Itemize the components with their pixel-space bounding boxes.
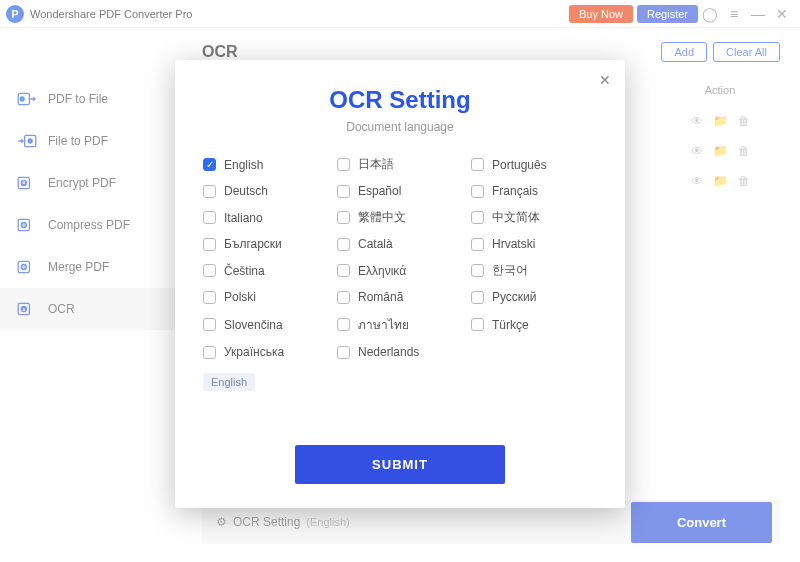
language-option[interactable]: Українська [203,345,329,359]
language-option[interactable]: 中文简体 [471,209,597,226]
checkbox-icon [471,211,484,224]
language-label: Deutsch [224,184,268,198]
language-option[interactable]: Български [203,237,329,251]
language-label: Polski [224,290,256,304]
language-label: Slovenčina [224,318,283,332]
checkbox-icon: ✓ [203,158,216,171]
language-option[interactable]: Français [471,184,597,198]
language-label: English [224,158,263,172]
submit-button[interactable]: SUBMIT [295,445,505,484]
language-option[interactable]: 한국어 [471,262,597,279]
language-option[interactable]: Italiano [203,209,329,226]
language-option[interactable]: Deutsch [203,184,329,198]
language-label: Türkçe [492,318,529,332]
checkbox-icon [471,185,484,198]
language-label: 한국어 [492,262,528,279]
language-option[interactable]: 繁體中文 [337,209,463,226]
checkbox-icon [471,158,484,171]
language-grid: ✓English日本語PortuguêsDeutschEspañolFrança… [203,156,597,359]
language-option[interactable]: Português [471,156,597,173]
checkbox-icon [337,318,350,331]
language-option[interactable]: Čeština [203,262,329,279]
selected-language-chip: English [203,373,255,391]
language-option[interactable]: Slovenčina [203,315,329,334]
language-option[interactable]: Català [337,237,463,251]
modal-overlay: ✕ OCR Setting Document language ✓English… [0,0,800,562]
checkbox-icon [203,211,216,224]
checkbox-icon [337,211,350,224]
language-label: Ελληνικά [358,264,406,278]
ocr-setting-modal: ✕ OCR Setting Document language ✓English… [175,60,625,508]
modal-subtitle: Document language [203,120,597,134]
language-label: Українська [224,345,284,359]
language-label: Français [492,184,538,198]
language-label: 日本語 [358,156,394,173]
checkbox-icon [203,238,216,251]
language-option[interactable]: Русский [471,290,597,304]
language-label: Italiano [224,211,263,225]
language-label: Čeština [224,264,265,278]
language-label: Български [224,237,282,251]
close-icon[interactable]: ✕ [599,72,611,88]
language-label: ภาษาไทย [358,315,409,334]
checkbox-icon [203,185,216,198]
language-label: 中文简体 [492,209,540,226]
language-option[interactable]: Hrvatski [471,237,597,251]
language-label: Hrvatski [492,237,535,251]
language-label: Português [492,158,547,172]
language-option[interactable]: Polski [203,290,329,304]
language-option[interactable]: ✓English [203,156,329,173]
checkbox-icon [471,238,484,251]
language-option[interactable]: Română [337,290,463,304]
checkbox-icon [337,291,350,304]
language-label: Русский [492,290,537,304]
checkbox-icon [337,238,350,251]
language-option[interactable]: Türkçe [471,315,597,334]
language-label: Español [358,184,401,198]
language-option[interactable]: 日本語 [337,156,463,173]
language-option[interactable]: ภาษาไทย [337,315,463,334]
checkbox-icon [203,346,216,359]
checkbox-icon [203,291,216,304]
modal-title: OCR Setting [203,86,597,114]
language-option[interactable]: Nederlands [337,345,463,359]
language-option[interactable]: Español [337,184,463,198]
language-label: Nederlands [358,345,419,359]
checkbox-icon [203,264,216,277]
language-option[interactable]: Ελληνικά [337,262,463,279]
checkbox-icon [471,264,484,277]
checkbox-icon [337,264,350,277]
language-label: Català [358,237,393,251]
checkbox-icon [337,185,350,198]
language-label: 繁體中文 [358,209,406,226]
checkbox-icon [471,291,484,304]
language-label: Română [358,290,403,304]
checkbox-icon [203,318,216,331]
checkbox-icon [337,346,350,359]
checkbox-icon [337,158,350,171]
checkbox-icon [471,318,484,331]
